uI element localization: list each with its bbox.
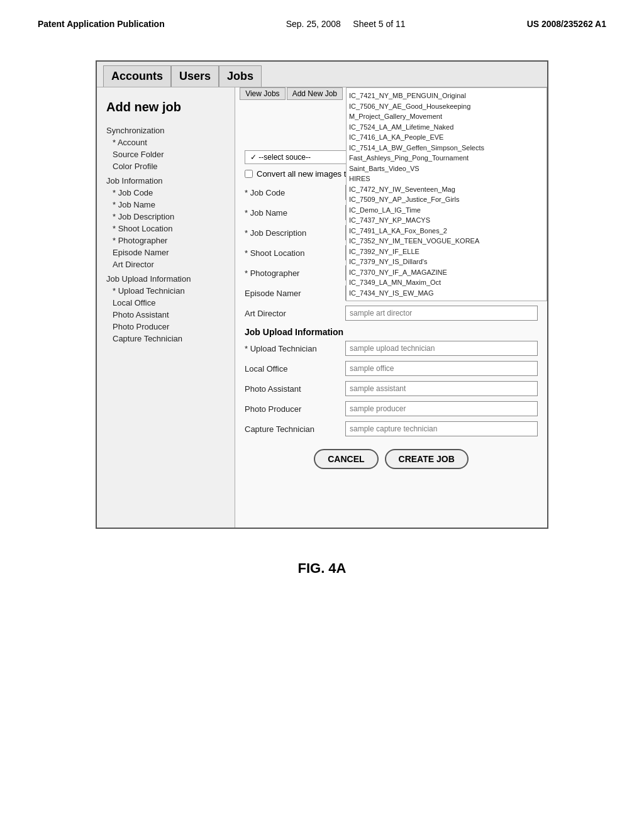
job-list-item[interactable]: IC_7514_LA_BW_Geffen_Simpson_Selects [349, 143, 544, 153]
tab-users[interactable]: Users [171, 65, 219, 87]
job-list-item[interactable]: IC_7506_NY_AE_Good_Housekeeping [349, 101, 544, 112]
job-list-item[interactable]: HIRES [349, 174, 544, 184]
create-job-button[interactable]: CREATE JOB [385, 449, 469, 469]
upload-section-header: Job Upload Information [245, 327, 538, 337]
job-list-item[interactable]: IC_7434_NY_IS_EW_MAG [349, 288, 544, 299]
add-new-job-button[interactable]: Add New Job [287, 87, 343, 100]
upload-technician-input[interactable] [345, 341, 538, 356]
job-list-item[interactable]: IC_7524_LA_AM_Lifetime_Naked [349, 122, 544, 133]
job-list-item[interactable]: IC_Demo_LA_IG_Time [349, 205, 544, 216]
sidebar-item-photo-assistant: Photo Assistant [106, 310, 225, 319]
job-list-item[interactable]: IC_7491_LA_KA_Fox_Bones_2 [349, 226, 544, 236]
sidebar-item-job-information: Job Information [106, 176, 225, 185]
buttons-row: CANCEL CREATE JOB [245, 449, 538, 479]
job-name-label: * Job Name [245, 208, 345, 218]
job-list-item[interactable]: IC_7352_NY_IM_TEEN_VOGUE_KOREA [349, 236, 544, 246]
sidebar-item-upload-technician: * Upload Technician [106, 286, 225, 296]
local-office-input[interactable] [345, 361, 538, 376]
art-director-input[interactable] [345, 306, 538, 321]
shoot-location-label: * Shoot Location [245, 248, 345, 258]
job-list-item[interactable]: IC_7379_NY_IS_Dillard's [349, 257, 544, 267]
tab-accounts[interactable]: Accounts [103, 65, 171, 87]
patent-sheet: Sheet 5 of 11 [353, 19, 405, 29]
job-list-item[interactable]: IC_7472_NY_IW_Seventeen_Mag [349, 184, 544, 195]
convert-checkbox[interactable] [245, 170, 253, 178]
tab-jobs[interactable]: Jobs [219, 65, 262, 87]
photo-assistant-label: Photo Assistant [245, 384, 345, 394]
sidebar-item-job-name: * Job Name [106, 200, 225, 209]
art-director-row: Art Director [245, 306, 538, 321]
job-list-item[interactable]: IC_7370_NY_IF_A_MAGAZINE [349, 267, 544, 278]
upload-technician-label: * Upload Technician [245, 344, 345, 353]
local-office-label: Local Office [245, 364, 345, 374]
job-list-item[interactable]: IC_7349_LA_MN_Maxim_Oct [349, 277, 544, 288]
sidebar-item-photo-producer: Photo Producer [106, 322, 225, 331]
capture-technician-label: Capture Technician [245, 424, 345, 434]
right-panel: IC_7421_NY_MB_PENGUIN_Original IC_7506_N… [235, 87, 547, 528]
cancel-button[interactable]: CANCEL [314, 449, 378, 469]
patent-left-label: Patent Application Publication [38, 19, 165, 29]
job-list-item[interactable]: Saint_Barts_Video_VS [349, 163, 544, 174]
content-area: Add new job Synchronization * Account So… [97, 87, 547, 528]
sidebar-item-source-folder: Source Folder [106, 150, 225, 159]
job-list-item[interactable]: IC_7416_LA_KA_People_EVE [349, 132, 544, 143]
sidebar-item-synchronization: Synchronization [106, 126, 225, 135]
job-list-item[interactable]: IC_7437_NY_KP_MACYS [349, 215, 544, 226]
sidebar-item-photographer: * Photographer [106, 236, 225, 245]
sidebar-item-shoot-location: * Shoot Location [106, 224, 225, 233]
sidebar-item-episode-namer: Episode Namer [106, 248, 225, 257]
sidebar-title: Add new job [106, 100, 225, 114]
episode-namer-label: Episode Namer [245, 289, 345, 298]
upload-technician-row: * Upload Technician [245, 341, 538, 356]
page-container: Patent Application Publication Sep. 25, … [0, 0, 644, 830]
capture-technician-row: Capture Technician [245, 421, 538, 436]
left-sidebar: Add new job Synchronization * Account So… [97, 87, 235, 528]
main-ui-box: Accounts Users Jobs Add new job Synchron… [96, 60, 548, 529]
patent-header: Patent Application Publication Sep. 25, … [0, 0, 644, 35]
sidebar-item-job-description: * Job Description [106, 212, 225, 221]
patent-date: Sep. 25, 2008 [286, 19, 341, 29]
jobs-list-area: IC_7421_NY_MB_PENGUIN_Original IC_7506_N… [346, 87, 547, 301]
job-list-item[interactable]: IC_7509_NY_AP_Justice_For_Girls [349, 194, 544, 205]
tabs-row: Accounts Users Jobs [97, 62, 547, 87]
sidebar-item-color-profile: Color Profile [106, 162, 225, 171]
photographer-label: * Photographer [245, 268, 345, 278]
patent-center-info: Sep. 25, 2008 Sheet 5 of 11 [286, 19, 406, 29]
sidebar-item-job-upload-information: Job Upload Information [106, 274, 225, 284]
job-list-item[interactable]: Fast_Ashleys_Ping_Pong_Tournament [349, 153, 544, 163]
job-description-label: * Job Description [245, 228, 345, 238]
view-jobs-button[interactable]: View Jobs [240, 87, 285, 100]
capture-technician-input[interactable] [345, 421, 538, 436]
job-code-label: * Job Code [245, 188, 345, 197]
photo-assistant-row: Photo Assistant [245, 381, 538, 396]
sidebar-item-account: * Account [106, 138, 225, 147]
job-list-item[interactable]: IC_7421_NY_MB_PENGUIN_Original [349, 91, 544, 101]
view-jobs-bar: View Jobs Add New Job [240, 87, 343, 100]
sidebar-item-art-director: Art Director [106, 260, 225, 269]
photo-assistant-input[interactable] [345, 381, 538, 396]
sidebar-item-local-office: Local Office [106, 298, 225, 307]
figure-caption: FIG. 4A [297, 560, 346, 577]
art-director-label: Art Director [245, 309, 345, 318]
sidebar-item-job-code: * Job Code [106, 188, 225, 197]
patent-number: US 2008/235262 A1 [527, 19, 606, 29]
job-list-item[interactable]: M_Project_Gallery_Movement [349, 111, 544, 122]
sidebar-item-capture-technician: Capture Technician [106, 334, 225, 343]
photo-producer-row: Photo Producer [245, 401, 538, 416]
job-list-item[interactable]: IC_7392_NY_IF_ELLE [349, 246, 544, 257]
local-office-row: Local Office [245, 361, 538, 376]
photo-producer-input[interactable] [345, 401, 538, 416]
photo-producer-label: Photo Producer [245, 404, 345, 414]
source-folder-select[interactable]: ✓ --select souce-- [245, 150, 358, 164]
